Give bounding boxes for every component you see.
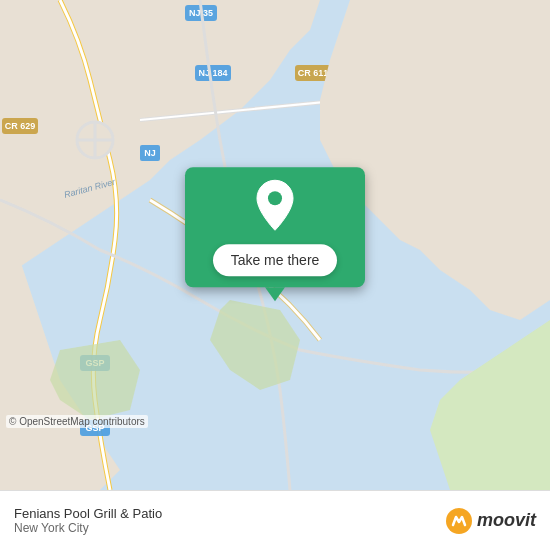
popup-arrow <box>265 287 285 301</box>
svg-text:NJ: NJ <box>144 148 156 158</box>
popup-box: Take me there <box>185 167 365 287</box>
place-name: Fenians Pool Grill & Patio <box>14 506 162 521</box>
svg-text:CR 629: CR 629 <box>5 121 36 131</box>
copyright-text: © OpenStreetMap contributors <box>6 415 148 428</box>
place-info: Fenians Pool Grill & Patio New York City <box>14 506 162 535</box>
map-container: NJ 35 NJ 184 CR 611 NY 440 NY 440 CR 629… <box>0 0 550 490</box>
place-city: New York City <box>14 521 162 535</box>
moovit-icon <box>445 507 473 535</box>
take-me-there-button[interactable]: Take me there <box>213 244 338 276</box>
svg-text:NJ 184: NJ 184 <box>198 68 227 78</box>
svg-text:CR 611: CR 611 <box>298 68 329 78</box>
bottom-bar: Fenians Pool Grill & Patio New York City… <box>0 490 550 550</box>
location-pin-icon <box>251 178 299 232</box>
svg-point-29 <box>268 191 282 205</box>
popup-overlay: Take me there <box>185 167 365 301</box>
moovit-text: moovit <box>477 510 536 531</box>
moovit-logo[interactable]: moovit <box>445 507 536 535</box>
